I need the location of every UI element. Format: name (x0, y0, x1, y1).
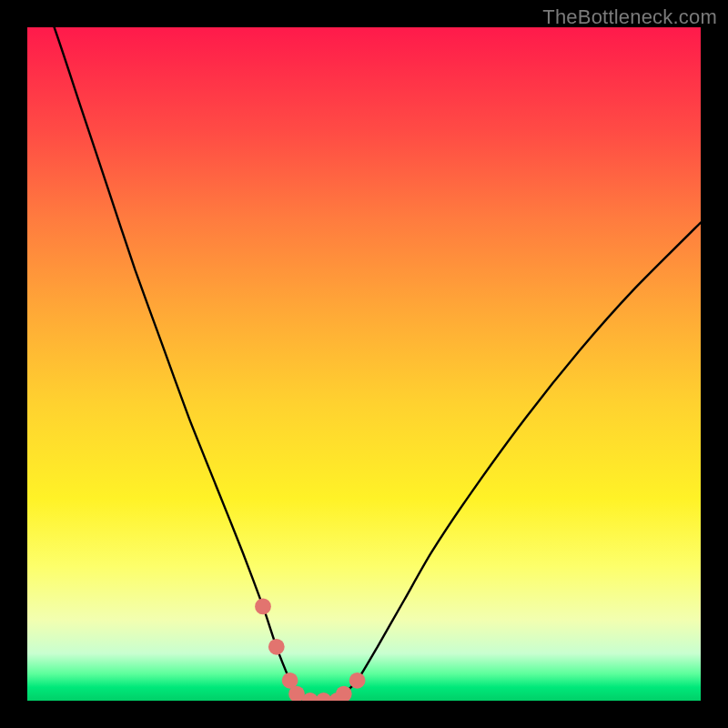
bottom-dot (349, 672, 366, 689)
watermark-text: TheBottleneck.com (542, 5, 717, 29)
chart-plot-area (27, 27, 701, 701)
chart-svg (27, 27, 701, 701)
bottom-dot (255, 599, 271, 615)
chart-frame: TheBottleneck.com (0, 0, 728, 728)
bottom-dot (268, 639, 285, 655)
bottleneck-curve (27, 27, 701, 701)
bottom-dots-group (255, 599, 365, 701)
